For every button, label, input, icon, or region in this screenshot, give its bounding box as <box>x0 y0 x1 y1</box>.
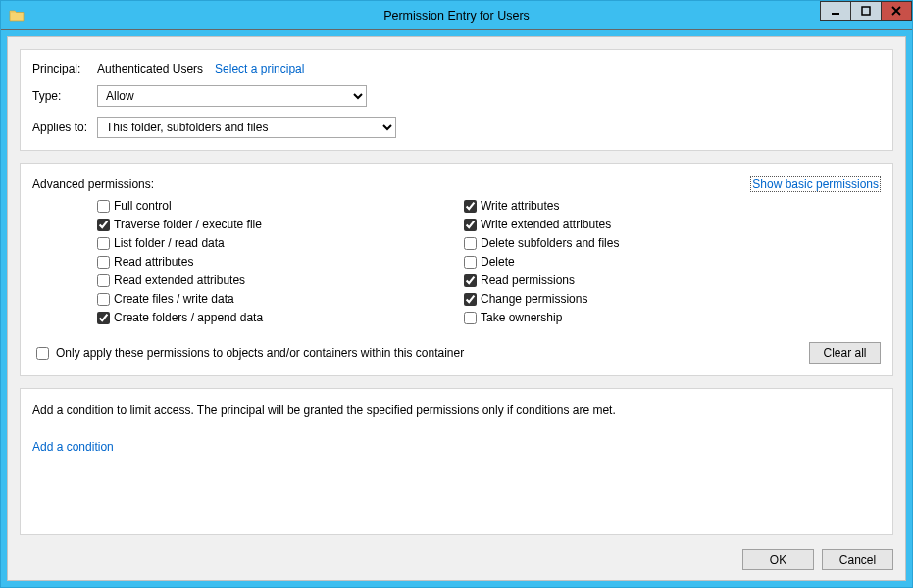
type-select[interactable]: Allow <box>97 85 367 107</box>
permissions-header: Advanced permissions: Show basic permiss… <box>32 177 881 191</box>
only-apply-checkbox-input[interactable] <box>36 347 49 360</box>
permission-checkbox-input[interactable] <box>97 256 110 269</box>
permission-checkbox-input[interactable] <box>464 293 477 306</box>
permission-read-extended-attributes[interactable]: Read extended attributes <box>97 273 464 287</box>
show-basic-permissions-link[interactable]: Show basic permissions <box>750 176 881 192</box>
permission-write-extended-attributes[interactable]: Write extended attributes <box>464 218 619 231</box>
permission-label: Full control <box>114 199 172 213</box>
type-label: Type: <box>32 89 97 103</box>
window-buttons <box>821 1 912 21</box>
type-row: Type: Allow <box>32 85 881 107</box>
permission-take-ownership[interactable]: Take ownership <box>464 311 619 324</box>
permission-checkbox-input[interactable] <box>97 274 110 287</box>
condition-panel: Add a condition to limit access. The pri… <box>20 388 893 535</box>
permission-checkbox-input[interactable] <box>97 237 110 250</box>
permission-label: Delete subfolders and files <box>481 236 619 250</box>
svg-rect-0 <box>832 13 839 15</box>
titlebar: Permission Entry for Users <box>1 1 912 30</box>
permission-checkbox-input[interactable] <box>464 237 477 250</box>
permissions-columns: Full controlTraverse folder / execute fi… <box>32 199 881 324</box>
advanced-permissions-title: Advanced permissions: <box>32 177 154 191</box>
permission-label: Read permissions <box>481 273 575 287</box>
permission-change-permissions[interactable]: Change permissions <box>464 292 619 306</box>
permission-label: Create folders / append data <box>114 311 263 324</box>
dialog-buttons: OK Cancel <box>20 547 893 572</box>
permission-traverse-folder-execute-file[interactable]: Traverse folder / execute file <box>97 218 464 231</box>
permission-checkbox-input[interactable] <box>97 312 110 324</box>
permission-list-folder-read-data[interactable]: List folder / read data <box>97 236 464 250</box>
permissions-column-right: Write attributesWrite extended attribute… <box>464 199 619 324</box>
minimize-button[interactable] <box>820 1 851 21</box>
ok-button[interactable]: OK <box>742 549 814 570</box>
principal-value: Authenticated Users <box>97 62 203 75</box>
permission-create-files-write-data[interactable]: Create files / write data <box>97 292 464 306</box>
permission-label: Read extended attributes <box>114 273 245 287</box>
applies-to-select[interactable]: This folder, subfolders and files <box>97 117 396 138</box>
add-condition-link[interactable]: Add a condition <box>32 440 114 454</box>
permission-label: Delete <box>481 255 515 269</box>
permission-label: Create files / write data <box>114 292 234 306</box>
principal-label: Principal: <box>32 62 97 75</box>
principal-row: Principal: Authenticated Users Select a … <box>32 62 881 75</box>
permission-checkbox-input[interactable] <box>464 219 477 231</box>
permission-label: List folder / read data <box>114 236 225 250</box>
permission-entry-window: Permission Entry for Users Principal: Au… <box>0 0 913 588</box>
window-content: Principal: Authenticated Users Select a … <box>1 30 912 587</box>
permissions-footer: Only apply these permissions to objects … <box>32 342 881 364</box>
condition-text: Add a condition to limit access. The pri… <box>32 403 881 416</box>
permission-create-folders-append-data[interactable]: Create folders / append data <box>97 311 464 324</box>
applies-to-label: Applies to: <box>32 121 97 134</box>
only-apply-label: Only apply these permissions to objects … <box>56 346 464 360</box>
permissions-column-left: Full controlTraverse folder / execute fi… <box>97 199 464 324</box>
permission-label: Read attributes <box>114 255 193 269</box>
permission-checkbox-input[interactable] <box>464 200 477 213</box>
applies-to-row: Applies to: This folder, subfolders and … <box>32 117 881 138</box>
folder-icon <box>9 8 25 24</box>
permission-read-permissions[interactable]: Read permissions <box>464 273 619 287</box>
maximize-button[interactable] <box>850 1 882 21</box>
svg-rect-1 <box>862 7 870 15</box>
permission-label: Change permissions <box>481 292 587 306</box>
inner-content: Principal: Authenticated Users Select a … <box>7 36 906 581</box>
permission-checkbox-input[interactable] <box>97 293 110 306</box>
permission-full-control[interactable]: Full control <box>97 199 464 213</box>
permission-checkbox-input[interactable] <box>464 256 477 269</box>
permission-read-attributes[interactable]: Read attributes <box>97 255 464 269</box>
permission-write-attributes[interactable]: Write attributes <box>464 199 619 213</box>
permission-label: Write extended attributes <box>481 218 611 231</box>
permission-label: Traverse folder / execute file <box>114 218 262 231</box>
permission-delete-subfolders-and-files[interactable]: Delete subfolders and files <box>464 236 619 250</box>
permission-checkbox-input[interactable] <box>464 274 477 287</box>
permission-checkbox-input[interactable] <box>464 312 477 324</box>
cancel-button[interactable]: Cancel <box>822 549 893 570</box>
close-button[interactable] <box>881 1 912 21</box>
permission-checkbox-input[interactable] <box>97 200 110 213</box>
advanced-permissions-panel: Advanced permissions: Show basic permiss… <box>20 163 893 376</box>
only-apply-checkbox[interactable]: Only apply these permissions to objects … <box>32 344 464 363</box>
permission-label: Take ownership <box>481 311 562 324</box>
permission-checkbox-input[interactable] <box>97 219 110 231</box>
clear-all-button[interactable]: Clear all <box>809 342 881 364</box>
permission-delete[interactable]: Delete <box>464 255 619 269</box>
principal-panel: Principal: Authenticated Users Select a … <box>20 49 893 151</box>
permission-label: Write attributes <box>481 199 559 213</box>
select-principal-link[interactable]: Select a principal <box>215 62 304 75</box>
window-title: Permission Entry for Users <box>1 9 912 23</box>
